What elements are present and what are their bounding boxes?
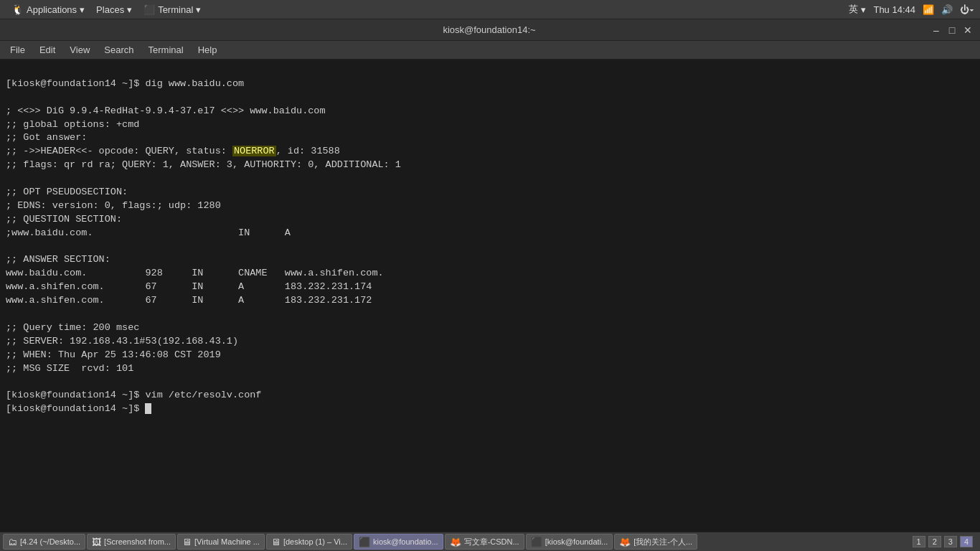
power-icon[interactable]: ⏻▾ <box>960 4 974 15</box>
taskbar-item-7[interactable]: ⬛ [kiosk@foundati... <box>526 534 613 550</box>
taskbar-item-2[interactable]: 🖼 [Screenshot from... <box>87 534 176 550</box>
menu-search[interactable]: Search <box>97 43 141 57</box>
taskbar-item-6[interactable]: 🦊 写文章-CSDN... <box>445 534 524 550</box>
menu-terminal[interactable]: Terminal <box>141 43 191 57</box>
workspace-pager: 1 2 3 4 <box>908 536 978 547</box>
terminal-menu[interactable]: ⬛ Terminal ▾ <box>138 3 207 17</box>
terminal-menubar: File Edit View Search Terminal Help <box>0 41 980 60</box>
minimize-button[interactable]: – <box>930 24 943 37</box>
places-menu[interactable]: Places ▾ <box>90 3 138 17</box>
workspace-3[interactable]: 3 <box>944 536 957 547</box>
taskbar-icon-3: 🖥 <box>182 537 192 547</box>
workspace-2[interactable]: 2 <box>928 536 941 547</box>
menu-edit[interactable]: Edit <box>32 43 62 57</box>
taskbar-icon-7: ⬛ <box>531 537 542 547</box>
wifi-icon[interactable]: 📶 <box>923 4 934 15</box>
menu-view[interactable]: View <box>62 43 97 57</box>
applications-menu[interactable]: 🐧 Applications ▾ <box>6 2 90 17</box>
volume-icon[interactable]: 🔊 <box>941 4 953 15</box>
menu-file[interactable]: File <box>3 43 32 57</box>
taskbar-item-5[interactable]: ⬛ kiosk@foundatio... <box>354 534 443 550</box>
lang-indicator[interactable]: 英 ▾ <box>849 3 866 16</box>
noerror-highlight: NOERROR <box>232 146 276 156</box>
taskbar-item-3[interactable]: 🖥 [Virtual Machine ... <box>177 534 265 550</box>
bottom-taskbar: 🗂 [4.24 (~/Deskto... 🖼 [Screenshot from.… <box>0 532 980 551</box>
taskbar-icon-4: 🖥 <box>271 537 281 547</box>
taskbar-icon-8: 🦊 <box>619 537 631 547</box>
taskbar-item-1[interactable]: 🗂 [4.24 (~/Deskto... <box>3 534 85 550</box>
window-controls: – □ ✕ <box>930 24 974 37</box>
maximize-button[interactable]: □ <box>946 24 958 37</box>
close-button[interactable]: ✕ <box>961 24 974 37</box>
terminal-cursor <box>145 403 151 414</box>
taskbar-icon-1: 🗂 <box>8 537 17 547</box>
terminal-title: kiosk@foundation14:~ <box>49 24 930 35</box>
taskbar-icon-6: 🦊 <box>450 537 461 547</box>
workspace-1[interactable]: 1 <box>913 536 925 547</box>
top-taskbar-right: 英 ▾ Thu 14:44 📶 🔊 ⏻▾ <box>849 3 974 16</box>
terminal-content[interactable]: [kiosk@foundation14 ~]$ dig www.baidu.co… <box>0 60 980 532</box>
taskbar-item-4[interactable]: 🖥 [desktop (1) – Vi... <box>266 534 352 550</box>
terminal-line-2: ; <<>> DiG 9.9.4-RedHat-9.9.4-37.el7 <<>… <box>6 105 401 415</box>
clock: Thu 14:44 <box>873 4 915 15</box>
taskbar-item-8[interactable]: 🦊 [我的关注-个人... <box>614 534 697 550</box>
workspace-4[interactable]: 4 <box>960 536 973 547</box>
taskbar-icon-5: ⬛ <box>359 537 370 547</box>
menu-help[interactable]: Help <box>191 43 225 57</box>
terminal-line-1: [kiosk@foundation14 ~]$ dig www.baidu.co… <box>6 78 244 89</box>
taskbar-icon-2: 🖼 <box>92 537 101 547</box>
top-taskbar-left: 🐧 Applications ▾ Places ▾ ⬛ Terminal ▾ <box>6 2 207 17</box>
terminal-titlebar: kiosk@foundation14:~ – □ ✕ <box>0 19 980 41</box>
top-taskbar: 🐧 Applications ▾ Places ▾ ⬛ Terminal ▾ 英… <box>0 0 980 19</box>
terminal-window: kiosk@foundation14:~ – □ ✕ File Edit Vie… <box>0 19 980 532</box>
